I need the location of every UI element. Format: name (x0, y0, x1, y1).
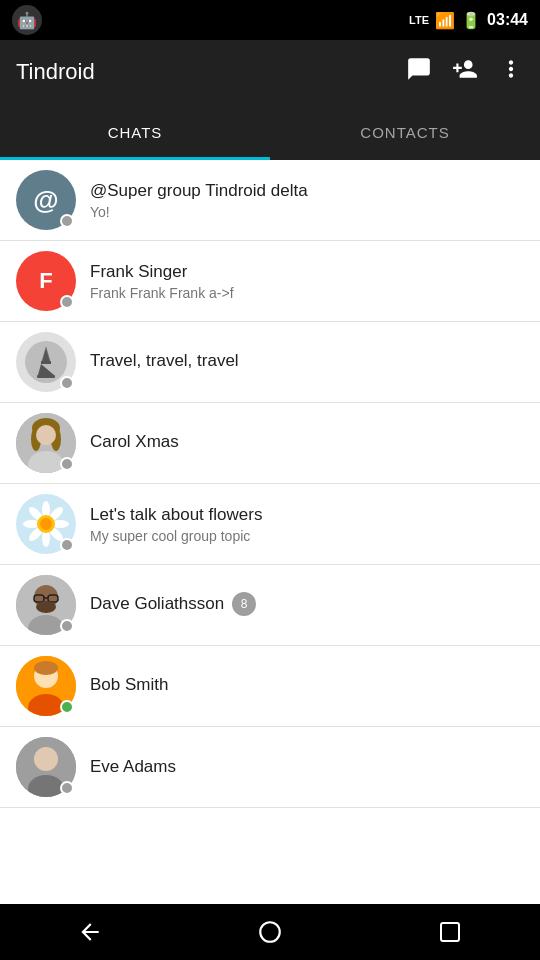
chat-list: @ @Super group Tindroid delta Yo! F Fran… (0, 160, 540, 904)
avatar-wrap-flowers (16, 494, 76, 554)
svg-point-35 (34, 661, 58, 675)
status-dot-eve (60, 781, 74, 795)
chat-message-supergroup: Yo! (90, 204, 524, 220)
chat-item-eve[interactable]: Eve Adams (0, 727, 540, 808)
unread-badge-dave: 8 (232, 592, 256, 616)
chat-name-row-frank: Frank Singer (90, 262, 524, 282)
chat-message-flowers: My super cool group topic (90, 528, 524, 544)
chat-item-carol[interactable]: Carol Xmas (0, 403, 540, 484)
chat-name-travel: Travel, travel, travel (90, 351, 239, 371)
add-contact-button[interactable] (452, 56, 478, 88)
chat-name-dave: Dave Goliathsson (90, 594, 224, 614)
chat-item-frank[interactable]: F Frank Singer Frank Frank Frank a->f (0, 241, 540, 322)
avatar-wrap-dave (16, 575, 76, 635)
svg-point-12 (36, 425, 56, 445)
chat-info-eve: Eve Adams (90, 757, 524, 777)
svg-point-37 (34, 747, 58, 771)
status-bar-right: LTE 📶 🔋 03:44 (409, 11, 528, 30)
chat-name-bob: Bob Smith (90, 675, 168, 695)
chat-info-travel: Travel, travel, travel (90, 351, 524, 374)
chat-name-row-bob: Bob Smith (90, 675, 524, 695)
chat-info-carol: Carol Xmas (90, 432, 524, 455)
app-bar-actions (406, 56, 524, 88)
tindroid-icon: 🤖 (17, 11, 37, 30)
recents-button[interactable] (430, 912, 470, 952)
app-title: Tindroid (16, 59, 95, 85)
chat-name-row-eve: Eve Adams (90, 757, 524, 777)
avatar-wrap-bob (16, 656, 76, 716)
chat-name-frank: Frank Singer (90, 262, 187, 282)
status-dot-dave (60, 619, 74, 633)
more-options-button[interactable] (498, 56, 524, 88)
bottom-nav (0, 904, 540, 960)
chat-info-dave: Dave Goliathsson 8 (90, 592, 524, 619)
chat-name-eve: Eve Adams (90, 757, 176, 777)
svg-rect-40 (441, 923, 459, 941)
app-bar: Tindroid (0, 40, 540, 104)
status-bar: 🤖 LTE 📶 🔋 03:44 (0, 0, 540, 40)
chat-item-dave[interactable]: Dave Goliathsson 8 (0, 565, 540, 646)
chat-name-row-carol: Carol Xmas (90, 432, 524, 452)
chat-name-flowers: Let's talk about flowers (90, 505, 262, 525)
chat-message-frank: Frank Frank Frank a->f (90, 285, 524, 301)
chat-item-supergroup[interactable]: @ @Super group Tindroid delta Yo! (0, 160, 540, 241)
status-dot-travel (60, 376, 74, 390)
chat-name-supergroup: @Super group Tindroid delta (90, 181, 308, 201)
chat-info-flowers: Let's talk about flowers My super cool g… (90, 505, 524, 544)
compose-message-button[interactable] (406, 56, 432, 88)
chat-name-row-supergroup: @Super group Tindroid delta (90, 181, 524, 201)
avatar-wrap-travel (16, 332, 76, 392)
svg-rect-4 (37, 375, 55, 378)
chat-info-frank: Frank Singer Frank Frank Frank a->f (90, 262, 524, 301)
svg-point-30 (36, 601, 56, 613)
chat-item-bob[interactable]: Bob Smith (0, 646, 540, 727)
svg-point-39 (260, 922, 280, 942)
tab-chats[interactable]: CHATS (0, 104, 270, 160)
back-button[interactable] (70, 912, 110, 952)
chat-info-bob: Bob Smith (90, 675, 524, 698)
avatar-wrap-frank: F (16, 251, 76, 311)
chat-name-row-flowers: Let's talk about flowers (90, 505, 524, 525)
lte-indicator: LTE (409, 14, 429, 26)
status-dot-carol (60, 457, 74, 471)
status-dot-frank (60, 295, 74, 309)
svg-rect-2 (41, 361, 51, 364)
status-dot-supergroup (60, 214, 74, 228)
avatar-wrap-supergroup: @ (16, 170, 76, 230)
avatar-wrap-carol (16, 413, 76, 473)
home-button[interactable] (250, 912, 290, 952)
chat-item-travel[interactable]: Travel, travel, travel (0, 322, 540, 403)
chat-name-row-travel: Travel, travel, travel (90, 351, 524, 371)
battery-icon: 🔋 (461, 11, 481, 30)
chat-item-flowers[interactable]: Let's talk about flowers My super cool g… (0, 484, 540, 565)
signal-icon: 📶 (435, 11, 455, 30)
chat-name-carol: Carol Xmas (90, 432, 179, 452)
clock: 03:44 (487, 11, 528, 29)
status-dot-bob (60, 700, 74, 714)
tab-bar: CHATS CONTACTS (0, 104, 540, 160)
svg-point-24 (40, 518, 52, 530)
tab-contacts[interactable]: CONTACTS (270, 104, 540, 160)
chat-info-supergroup: @Super group Tindroid delta Yo! (90, 181, 524, 220)
avatar-wrap-eve (16, 737, 76, 797)
status-bar-left: 🤖 (12, 5, 42, 35)
status-dot-flowers (60, 538, 74, 552)
app-icon: 🤖 (12, 5, 42, 35)
chat-name-row-dave: Dave Goliathsson 8 (90, 592, 524, 616)
